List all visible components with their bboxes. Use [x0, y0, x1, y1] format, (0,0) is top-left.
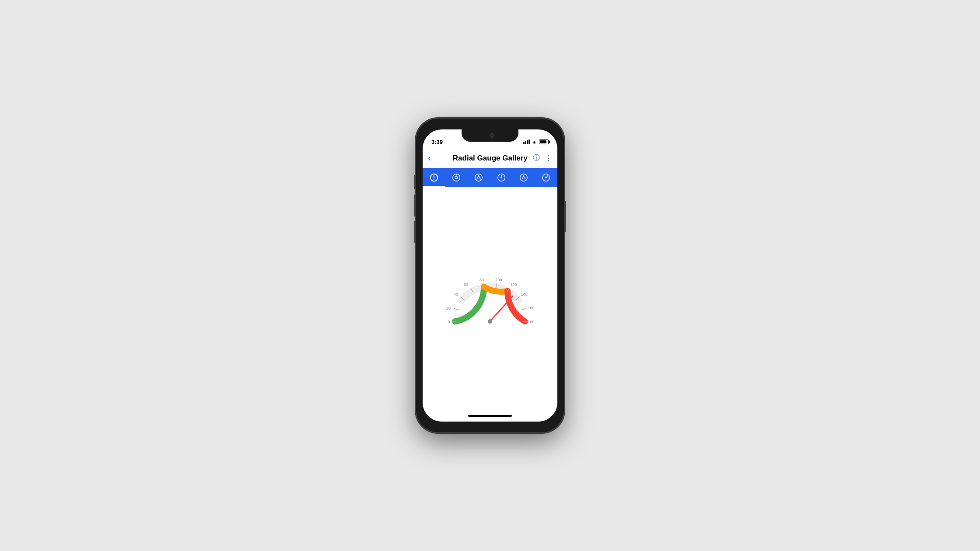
status-time: 3:39 [431, 139, 443, 145]
tick-160 [521, 308, 526, 310]
tab-item-3[interactable] [468, 168, 490, 187]
svg-point-10 [545, 177, 547, 178]
svg-point-5 [500, 177, 502, 178]
back-button[interactable]: ‹ [428, 153, 431, 163]
phone-frame: 3:39 ▲ ‹ Radial Gauge Gallery ⓘ ⋮ [416, 118, 564, 433]
tab-item-5[interactable] [512, 168, 535, 187]
gauge-icon-2 [452, 173, 461, 182]
label-80: 80 [480, 278, 484, 282]
tab-item-6[interactable] [535, 168, 557, 187]
power-button[interactable] [564, 201, 566, 232]
gauge-svg: 0 20 40 60 80 100 [438, 255, 542, 342]
label-180: 180 [528, 320, 534, 324]
tab-item-1[interactable] [423, 168, 445, 187]
label-160: 160 [528, 306, 534, 310]
gauge-icon-4 [497, 173, 506, 182]
gauge-icon-1 [429, 173, 439, 182]
home-indicator [423, 410, 557, 422]
volume-up-button[interactable] [414, 195, 416, 216]
app-bar-title: Radial Gauge Gallery [434, 154, 546, 163]
gauge-content: 0 20 40 60 80 100 [423, 187, 557, 410]
svg-point-1 [455, 176, 458, 179]
app-bar: ‹ Radial Gauge Gallery ⓘ ⋮ [423, 149, 557, 168]
label-60: 60 [464, 282, 468, 287]
volume-down-button[interactable] [414, 221, 416, 243]
gauge-icon-5 [519, 173, 528, 182]
front-camera [490, 133, 494, 138]
radial-gauge: 0 20 40 60 80 100 [438, 255, 542, 342]
gauge-center-cap [488, 319, 492, 324]
info-button[interactable]: ⓘ [533, 153, 540, 163]
status-icons: ▲ [523, 139, 549, 144]
label-0: 0 [448, 320, 450, 324]
gauge-icon-3 [474, 173, 483, 182]
tab-bar [423, 168, 557, 187]
more-button[interactable]: ⋮ [545, 154, 552, 162]
notch [462, 129, 518, 142]
label-140: 140 [521, 292, 527, 296]
tab-item-2[interactable] [445, 168, 467, 187]
label-20: 20 [446, 306, 451, 310]
label-100: 100 [495, 278, 502, 282]
app-bar-actions: ⓘ ⋮ [533, 153, 552, 163]
label-40: 40 [454, 292, 458, 296]
tick-20 [454, 308, 458, 310]
signal-icon [523, 139, 530, 144]
home-bar [468, 415, 512, 417]
gauge-icon-6 [541, 173, 551, 182]
label-120: 120 [510, 282, 517, 287]
wifi-icon: ▲ [532, 139, 537, 144]
battery-icon [539, 139, 549, 144]
tab-item-4[interactable] [490, 168, 512, 187]
phone-screen: 3:39 ▲ ‹ Radial Gauge Gallery ⓘ ⋮ [423, 129, 557, 422]
svg-point-7 [520, 174, 528, 181]
